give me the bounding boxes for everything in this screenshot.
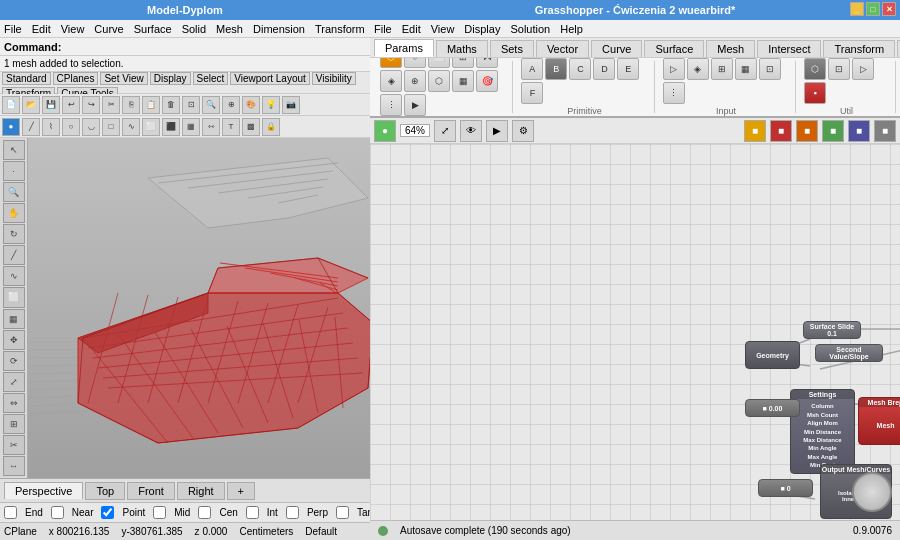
tool-camera[interactable]: 📷 [282,96,300,114]
rib-geo8[interactable]: ⬡ [428,70,450,92]
tab-params[interactable]: Params [374,39,434,57]
tool-surface[interactable]: ⬜ [142,118,160,136]
rib-geo6[interactable]: ◈ [380,70,402,92]
rib-inp1[interactable]: ▷ [663,58,685,80]
tool-zoom-ext[interactable]: 🔍 [202,96,220,114]
gh-btn-open[interactable]: ● [374,120,396,142]
maximize-button[interactable]: □ [866,2,880,16]
side-surface2[interactable]: ⬜ [3,287,25,307]
minimize-button[interactable]: _ [850,2,864,16]
gh-btn-zoom-fit[interactable]: ⤢ [434,120,456,142]
tool-polyline[interactable]: ⌇ [42,118,60,136]
rib-geo11[interactable]: ⋮ [380,94,402,116]
tool-curve[interactable]: ∿ [122,118,140,136]
snap-near[interactable] [51,506,64,519]
rib-prim4[interactable]: D [593,58,615,80]
side-extend[interactable]: ↔ [3,456,25,476]
menu-edit[interactable]: Edit [32,23,51,35]
rib-geo2[interactable]: ○ [404,58,426,68]
side-zoom[interactable]: 🔍 [3,182,25,202]
tool-solid[interactable]: ⬛ [162,118,180,136]
gh-menu-solution[interactable]: Solution [510,23,550,35]
menu-transform[interactable]: Transform [315,23,365,35]
rib-geo10[interactable]: 🎯 [476,70,498,92]
side-rotate[interactable]: ↻ [3,224,25,244]
menu-dimension[interactable]: Dimension [253,23,305,35]
tb-select[interactable]: Select [193,72,229,85]
node-iterator-top[interactable]: ■ 0.00 [745,399,800,417]
rib-util1[interactable]: ⬡ [804,58,826,80]
tb-setview[interactable]: Set View [100,72,147,85]
rib-inp5[interactable]: ⊡ [759,58,781,80]
tool-dim[interactable]: ⇿ [202,118,220,136]
tool-redo[interactable]: ↪ [82,96,100,114]
menu-file[interactable]: File [4,23,22,35]
rhino-viewport[interactable]: Perspective [28,138,370,478]
tool-light[interactable]: 💡 [262,96,280,114]
rib-util3[interactable]: ▷ [852,58,874,80]
menu-view[interactable]: View [61,23,85,35]
gh-menu-edit[interactable]: Edit [402,23,421,35]
side-move[interactable]: ✥ [3,330,25,350]
tool-paste[interactable]: 📋 [142,96,160,114]
side-pan[interactable]: ✋ [3,203,25,223]
node-geometry[interactable]: Geometry [745,341,800,369]
tab-right[interactable]: Right [177,482,225,500]
gh-menu-file[interactable]: File [374,23,392,35]
rib-inp6[interactable]: ⋮ [663,82,685,104]
snap-perp[interactable] [286,506,299,519]
tool-undo[interactable]: ↩ [62,96,80,114]
menu-solid[interactable]: Solid [182,23,206,35]
gh-btn-right3[interactable]: ■ [796,120,818,142]
gh-btn-preview[interactable]: 👁 [460,120,482,142]
tool-cut[interactable]: ✂ [102,96,120,114]
tool-copy[interactable]: ⎘ [122,96,140,114]
rib-inp4[interactable]: ▦ [735,58,757,80]
gh-btn-settings[interactable]: ⚙ [512,120,534,142]
gh-canvas[interactable]: Model/Curves Output Model/CurvesSecond V… [370,144,900,520]
side-line2[interactable]: ╱ [3,245,25,265]
snap-cen[interactable] [198,506,211,519]
tab-surface[interactable]: Surface [644,40,704,57]
side-mirror[interactable]: ⇔ [3,393,25,413]
node-mesh-brep[interactable]: Mesh Brep Mesh [858,397,900,445]
tool-arc[interactable]: ◡ [82,118,100,136]
side-trim[interactable]: ✂ [3,435,25,455]
side-rotate2[interactable]: ⟳ [3,351,25,371]
tool-save[interactable]: 💾 [42,96,60,114]
side-select[interactable]: ↖ [3,140,25,160]
tool-lock[interactable]: 🔒 [262,118,280,136]
tb-viewport-layout[interactable]: Viewport Layout [230,72,310,85]
rib-prim3[interactable]: C [569,58,591,80]
side-mesh2[interactable]: ▦ [3,309,25,329]
snap-mid[interactable] [153,506,166,519]
tool-zoom-all[interactable]: ⊕ [222,96,240,114]
rib-prim2[interactable]: B [545,58,567,80]
node-second-value[interactable]: Second Value/Slope [815,344,883,362]
tab-add[interactable]: + [227,482,255,500]
gh-btn-right6[interactable]: ■ [874,120,896,142]
tool-select-all[interactable]: ⊡ [182,96,200,114]
gh-menu-help[interactable]: Help [560,23,583,35]
node-surface-slide[interactable]: Surface Slide 0.1 [803,321,861,339]
side-array[interactable]: ⊞ [3,414,25,434]
rib-prim1[interactable]: A [521,58,543,80]
snap-point[interactable] [101,506,114,519]
rib-inp3[interactable]: ⊞ [711,58,733,80]
tab-transform[interactable]: Transform [823,40,895,57]
rib-util2[interactable]: ⊡ [828,58,850,80]
tool-rect[interactable]: □ [102,118,120,136]
tool-new[interactable]: 📄 [2,96,20,114]
rib-prim5[interactable]: E [617,58,639,80]
tool-render[interactable]: 🎨 [242,96,260,114]
rib-geo4[interactable]: ⊞ [452,58,474,68]
menu-curve[interactable]: Curve [94,23,123,35]
tool-text[interactable]: T [222,118,240,136]
rib-geo12[interactable]: ▶ [404,94,426,116]
gh-btn-right4[interactable]: ■ [822,120,844,142]
gh-btn-right2[interactable]: ■ [770,120,792,142]
tab-maths[interactable]: Maths [436,40,488,57]
gh-menu-view[interactable]: View [431,23,455,35]
tab-curve[interactable]: Curve [591,40,642,57]
rib-util4[interactable]: ▪ [804,82,826,104]
